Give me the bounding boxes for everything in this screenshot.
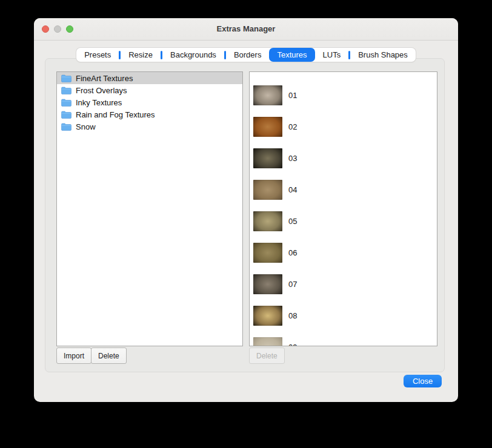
texture-label: 04: [288, 185, 297, 194]
texture-row[interactable]: 08: [250, 300, 437, 331]
folder-row[interactable]: Snow: [57, 120, 242, 133]
tab-backgrounds[interactable]: Backgrounds: [162, 48, 224, 62]
tab-bar-wrap: PresetsResizeBackgroundsBordersTexturesL…: [34, 48, 458, 62]
texture-thumbnail[interactable]: [253, 337, 282, 347]
import-button[interactable]: Import: [56, 348, 91, 364]
texture-list[interactable]: 010203040506070809: [249, 71, 437, 346]
texture-label: 03: [288, 154, 297, 163]
texture-button-row: Delete: [249, 348, 285, 364]
texture-label: 05: [288, 217, 297, 226]
texture-thumbnail[interactable]: [253, 211, 282, 231]
texture-label: 01: [288, 91, 297, 100]
extras-manager-window: Extras Manager PresetsResizeBackgroundsB…: [34, 18, 458, 402]
folder-row[interactable]: Inky Textures: [57, 96, 242, 108]
close-window-button[interactable]: [42, 25, 49, 33]
texture-row[interactable]: 07: [250, 268, 437, 300]
folder-icon: [61, 87, 71, 94]
texture-label: 06: [288, 248, 297, 257]
folder-label: FineArt Textures: [76, 74, 133, 83]
folder-icon: [61, 123, 71, 131]
texture-thumbnail[interactable]: [253, 180, 282, 200]
delete-texture-button: Delete: [249, 348, 285, 364]
texture-row[interactable]: 01: [250, 79, 437, 111]
texture-row[interactable]: 03: [250, 142, 437, 174]
folder-list[interactable]: FineArt TexturesFrost OverlaysInky Textu…: [56, 71, 243, 346]
minimize-window-button: [54, 25, 61, 33]
folder-icon: [61, 74, 71, 82]
tab-resize[interactable]: Resize: [121, 48, 161, 62]
folder-icon: [61, 99, 71, 107]
texture-label: 07: [288, 280, 297, 289]
tab-bar: PresetsResizeBackgroundsBordersTexturesL…: [76, 48, 416, 62]
texture-row[interactable]: 09: [250, 331, 437, 346]
texture-thumbnail[interactable]: [253, 117, 282, 137]
texture-thumbnail[interactable]: [253, 306, 282, 326]
content-panel: FineArt TexturesFrost OverlaysInky Textu…: [45, 58, 445, 372]
folder-label: Frost Overlays: [76, 86, 127, 95]
tab-luts[interactable]: LUTs: [315, 48, 349, 62]
texture-thumbnail[interactable]: [253, 243, 282, 263]
folder-label: Snow: [76, 122, 96, 131]
texture-thumbnail[interactable]: [253, 85, 282, 105]
texture-thumbnail[interactable]: [253, 274, 282, 294]
zoom-window-button[interactable]: [66, 25, 73, 33]
texture-row[interactable]: 05: [250, 205, 437, 237]
folder-row[interactable]: Frost Overlays: [57, 84, 242, 96]
delete-folder-button[interactable]: Delete: [91, 348, 127, 364]
folder-label: Rain and Fog Textures: [76, 110, 155, 119]
folder-icon: [61, 111, 71, 119]
folder-row[interactable]: Rain and Fog Textures: [57, 108, 242, 120]
texture-row[interactable]: 02: [250, 111, 437, 142]
tab-borders[interactable]: Borders: [226, 48, 270, 62]
tab-presets[interactable]: Presets: [76, 48, 119, 62]
tab-brush-shapes[interactable]: Brush Shapes: [350, 48, 416, 62]
folder-label: Inky Textures: [76, 98, 122, 107]
texture-thumbnail[interactable]: [253, 148, 282, 168]
texture-label: 08: [288, 311, 297, 320]
folder-row[interactable]: FineArt Textures: [57, 72, 242, 84]
texture-row[interactable]: 04: [250, 174, 437, 205]
folder-button-row: Import Delete: [56, 348, 127, 364]
traffic-lights: [42, 25, 73, 33]
title-bar: Extras Manager: [34, 18, 458, 41]
tab-textures[interactable]: Textures: [269, 48, 314, 62]
window-title: Extras Manager: [34, 18, 458, 40]
texture-label: 02: [288, 122, 297, 131]
texture-label: 09: [288, 343, 297, 347]
texture-row[interactable]: 06: [250, 237, 437, 268]
close-button[interactable]: Close: [404, 375, 442, 387]
